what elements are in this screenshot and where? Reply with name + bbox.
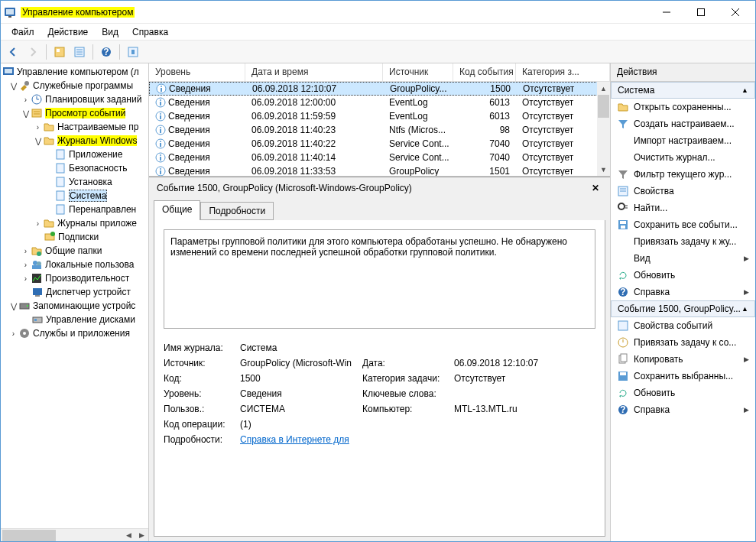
twister-open-icon[interactable]: ⋁ [21, 109, 31, 118]
tree-device-manager[interactable]: Диспетчер устройст [1, 285, 148, 299]
detail-close-button[interactable]: ✕ [589, 181, 602, 195]
svg-rect-38 [33, 288, 42, 295]
table-row[interactable]: Сведения06.09.2018 11:59:59EventLog6013О… [149, 109, 610, 123]
value-log-name: Система [240, 342, 362, 353]
extra-button[interactable] [124, 43, 142, 61]
actions-header: Действия [611, 63, 755, 82]
tree-local-users[interactable]: › Локальные пользова [1, 258, 148, 271]
show-tree-button[interactable] [50, 43, 69, 61]
tree-services-apps[interactable]: › Службы и приложения [1, 326, 148, 340]
tree-system[interactable]: Система [1, 189, 148, 203]
collapse-icon[interactable]: ▲ [741, 86, 748, 94]
value-computer: MTL-13.MTL.ru [454, 404, 595, 414]
tree-service-programs[interactable]: ⋁ Служебные программы [1, 79, 148, 92]
action-create-custom[interactable]: Создать настраиваем... [611, 115, 755, 132]
table-row[interactable]: Сведения06.09.2018 12:10:07GroupPolicy..… [149, 82, 610, 96]
action-help[interactable]: ? Справка ▶ [611, 284, 755, 300]
tree-app-services-logs[interactable]: › Журналы приложе [1, 216, 148, 230]
action-copy[interactable]: Копировать ▶ [611, 351, 755, 368]
properties-icon [617, 185, 629, 197]
tree-application[interactable]: Приложение [1, 148, 148, 161]
close-button[interactable] [718, 2, 752, 23]
tab-general[interactable]: Общие [154, 200, 200, 220]
twister-open-icon[interactable]: ⋁ [8, 81, 18, 91]
action-save-selected[interactable]: Сохранить выбранны... [611, 368, 755, 385]
tree-task-scheduler[interactable]: › Планировщик заданий [1, 92, 148, 106]
action-view[interactable]: Вид ▶ [611, 250, 755, 267]
chevron-right-icon: ▶ [744, 288, 749, 296]
label-opcode: Код операции: [164, 419, 240, 430]
action-attach-task-event[interactable]: Привязать задачу к со... [611, 334, 755, 351]
forward-button[interactable] [24, 43, 42, 61]
more-info-link[interactable]: Справка в Интернете для [240, 434, 349, 445]
tree-disk-management[interactable]: Управление дисками [1, 313, 148, 326]
tree-event-viewer[interactable]: ⋁ Просмотр событий [1, 106, 148, 120]
tree-root[interactable]: Управление компьютером (л [1, 65, 148, 79]
tree-custom-views[interactable]: › Настраиваемые пр [1, 120, 148, 134]
action-refresh[interactable]: Обновить [611, 267, 755, 284]
tree-windows-logs[interactable]: ⋁ Журналы Windows [1, 134, 148, 148]
twister-open-icon[interactable]: ⋁ [33, 136, 43, 146]
menu-help[interactable]: Справка [126, 25, 174, 39]
action-open-saved[interactable]: Открыть сохраненны... [611, 99, 755, 115]
view-icon [617, 252, 629, 265]
menu-file[interactable]: Файл [5, 25, 41, 39]
menu-action[interactable]: Действие [42, 25, 95, 39]
tree-storage[interactable]: ⋁ Запоминающие устройс [1, 299, 148, 313]
action-refresh2[interactable]: Обновить [611, 385, 755, 401]
twister-closed-icon[interactable]: › [21, 246, 31, 256]
col-datetime[interactable]: Дата и время [245, 63, 383, 81]
back-button[interactable] [4, 43, 22, 61]
action-event-props[interactable]: Свойства событий [611, 317, 755, 334]
col-level[interactable]: Уровень [149, 63, 245, 81]
tree-shared-folders[interactable]: › Общие папки [1, 244, 148, 258]
svg-rect-37 [32, 274, 41, 283]
table-row[interactable]: Сведения06.09.2018 11:40:23Ntfs (Micros.… [149, 123, 610, 137]
tree-horizontal-scrollbar[interactable]: ◀▶ [1, 528, 148, 541]
col-event-id[interactable]: Код события [453, 63, 516, 81]
table-row[interactable]: Сведения06.09.2018 12:00:00EventLog6013О… [149, 96, 610, 109]
tree-setup[interactable]: Установка [1, 175, 148, 189]
twister-closed-icon[interactable]: › [21, 95, 31, 105]
col-source[interactable]: Источник [383, 63, 453, 81]
twister-closed-icon[interactable]: › [21, 274, 31, 284]
tree-forwarded[interactable]: Перенаправлен [1, 203, 148, 216]
info-icon [155, 97, 166, 108]
action-properties[interactable]: Свойства [611, 183, 755, 200]
value-date: 06.09.2018 12:10:07 [454, 358, 595, 368]
tree-security[interactable]: Безопасность [1, 161, 148, 175]
twister-closed-icon[interactable]: › [8, 329, 18, 339]
menu-view[interactable]: Вид [96, 25, 125, 39]
twister-closed-icon[interactable]: › [33, 219, 43, 229]
svg-point-56 [160, 127, 161, 128]
action-save-all[interactable]: Сохранить все событи... [611, 216, 755, 233]
list-vertical-scrollbar[interactable]: ▲ ▼ [597, 82, 610, 176]
clock-icon [31, 93, 43, 105]
action-filter-current[interactable]: Фильтр текущего жур... [611, 166, 755, 183]
col-category[interactable]: Категория з... [516, 63, 610, 81]
actions-section-system[interactable]: Система ▲ [611, 82, 755, 99]
action-attach-task[interactable]: Привязать задачу к жу... [611, 233, 755, 250]
action-import-custom[interactable]: Импорт настраиваем... [611, 132, 755, 149]
minimize-button[interactable] [649, 2, 683, 23]
folder-open-icon [617, 101, 629, 113]
action-find[interactable]: Найти... [611, 200, 755, 216]
twister-closed-icon[interactable]: › [21, 260, 31, 270]
tree-performance[interactable]: › Производительност [1, 271, 148, 285]
table-row[interactable]: Сведения06.09.2018 11:40:14Service Cont.… [149, 151, 610, 164]
help-button[interactable]: ? [97, 43, 115, 61]
actions-section-event[interactable]: Событие 1500, GroupPolicy... ▲ [611, 300, 755, 317]
action-help2[interactable]: ? Справка ▶ [611, 401, 755, 418]
twister-closed-icon[interactable]: › [33, 122, 43, 132]
tab-details[interactable]: Подробности [200, 202, 274, 220]
twister-open-icon[interactable]: ⋁ [8, 301, 18, 311]
svg-rect-43 [34, 319, 37, 321]
collapse-icon[interactable]: ▲ [741, 305, 748, 313]
action-clear-log[interactable]: Очистить журнал... [611, 149, 755, 166]
table-row[interactable]: Сведения06.09.2018 11:40:22Service Cont.… [149, 137, 610, 151]
table-row[interactable]: Сведения06.09.2018 11:33:53GroupPolicy15… [149, 164, 610, 176]
properties-button[interactable] [70, 43, 89, 61]
value-keywords [454, 388, 595, 399]
maximize-button[interactable] [683, 2, 718, 23]
tree-subscriptions[interactable]: Подписки [1, 230, 148, 244]
